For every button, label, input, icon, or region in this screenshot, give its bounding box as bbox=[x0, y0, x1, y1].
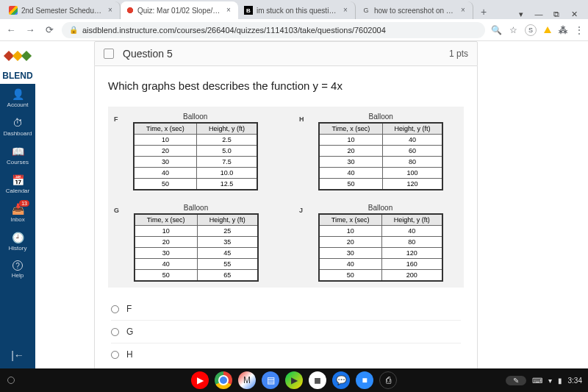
chrome-icon[interactable] bbox=[215, 371, 232, 389]
battery-icon[interactable]: ▮ bbox=[558, 377, 562, 385]
zoom-icon[interactable]: 🔍 bbox=[491, 25, 502, 35]
wifi-icon[interactable]: ▾ bbox=[548, 377, 552, 385]
sidebar-item-courses[interactable]: 📖 Courses bbox=[0, 141, 35, 170]
sidebar-item-label: Dashboard bbox=[3, 130, 32, 137]
profile-s-icon[interactable]: S bbox=[525, 24, 537, 36]
blend-logo-text: BLEND bbox=[0, 71, 35, 84]
main-content: Question 5 1 pts Which graphs best descr… bbox=[35, 41, 588, 368]
table-title: Balloon bbox=[114, 113, 273, 121]
close-icon[interactable]: × bbox=[107, 7, 114, 14]
answer-option-f[interactable]: F bbox=[111, 298, 461, 320]
menu-icon[interactable]: ⋮ bbox=[575, 25, 584, 35]
sidebar-collapse-button[interactable]: |← bbox=[11, 342, 24, 368]
sidebar-item-help[interactable]: ? Help bbox=[0, 256, 35, 283]
question-number: Question 5 bbox=[123, 48, 173, 60]
cell: 12.5 bbox=[197, 179, 257, 190]
canvas-icon bbox=[126, 7, 134, 14]
zoom-icon[interactable]: ■ bbox=[356, 371, 373, 389]
play-store-icon[interactable]: ▶ bbox=[285, 371, 303, 389]
keyboard-icon[interactable]: ⌨ bbox=[532, 377, 542, 385]
launcher-button[interactable] bbox=[7, 377, 15, 384]
col-header: Time, x (sec) bbox=[135, 214, 198, 226]
printer-icon[interactable]: ⎙ bbox=[379, 371, 397, 389]
browser-tab[interactable]: B im stuck on this question - Brain × bbox=[238, 1, 356, 19]
brainly-icon: B bbox=[244, 6, 253, 15]
cell: 10 bbox=[319, 226, 382, 237]
reload-button[interactable]: ⟳ bbox=[43, 24, 56, 37]
url-text: aisdblend.instructure.com/courses/266404… bbox=[82, 26, 386, 35]
maximize-icon[interactable]: ⧉ bbox=[551, 9, 562, 19]
cell: 40 bbox=[134, 168, 197, 179]
sidebar-item-history[interactable]: 🕘 History bbox=[0, 227, 35, 256]
radio-input[interactable] bbox=[111, 351, 119, 359]
tab-title: Quiz: Mar 01/02 Slope/y=mx +b bbox=[137, 7, 221, 15]
youtube-icon[interactable]: ▶ bbox=[191, 371, 209, 389]
cell: 20 bbox=[319, 146, 382, 157]
docs-icon[interactable]: ▤ bbox=[262, 371, 279, 389]
sidebar-item-label: Help bbox=[12, 272, 24, 279]
radio-input[interactable] bbox=[111, 305, 119, 313]
cell: 45 bbox=[197, 248, 257, 259]
cell: 7.5 bbox=[197, 157, 257, 168]
cell: 40 bbox=[319, 168, 382, 179]
logo-diamond-icon bbox=[21, 51, 32, 61]
cell: 40 bbox=[381, 226, 442, 237]
cell: 50 bbox=[319, 179, 382, 190]
browser-tab[interactable]: Quiz: Mar 01/02 Slope/y=mx +b × bbox=[121, 1, 238, 19]
table-g: G Balloon Time, x (sec)Height, y (ft) 10… bbox=[114, 204, 273, 282]
lock-icon: 🔒 bbox=[69, 26, 78, 34]
drive-icon[interactable] bbox=[544, 26, 551, 33]
close-icon[interactable]: × bbox=[342, 7, 349, 14]
table-f: F Balloon Time, x (sec)Height, y (ft) 10… bbox=[114, 113, 273, 190]
forward-button[interactable]: → bbox=[24, 24, 37, 37]
cell: 40 bbox=[382, 135, 442, 146]
answer-option-g[interactable]: G bbox=[111, 320, 461, 343]
close-window-icon[interactable]: ✕ bbox=[569, 9, 579, 19]
stylus-tool-icon[interactable]: ✎ bbox=[506, 376, 526, 385]
sidebar-item-label: Inbox bbox=[10, 216, 25, 223]
minimize-icon[interactable]: — bbox=[534, 9, 544, 19]
sidebar-item-label: History bbox=[9, 245, 27, 252]
cell: 200 bbox=[381, 270, 442, 282]
messages-icon[interactable]: 💬 bbox=[332, 371, 350, 389]
info-icon[interactable]: ▾ bbox=[516, 9, 526, 19]
table-title: Balloon bbox=[114, 204, 273, 212]
answer-option-h[interactable]: H bbox=[111, 343, 461, 366]
address-bar[interactable]: 🔒 aisdblend.instructure.com/courses/2664… bbox=[62, 22, 485, 38]
sidebar-item-label: Calendar bbox=[6, 188, 29, 194]
close-icon[interactable]: × bbox=[459, 7, 467, 14]
gmail-icon[interactable]: M bbox=[238, 371, 256, 389]
system-tray[interactable]: ✎ ⌨ ▾ ▮ 3:34 bbox=[506, 376, 582, 385]
extensions-icon[interactable]: ⁂ bbox=[559, 25, 567, 35]
clock[interactable]: 3:34 bbox=[568, 377, 582, 385]
sidebar-item-calendar[interactable]: 📅 Calendar bbox=[0, 170, 35, 199]
cell: 10 bbox=[135, 226, 198, 237]
option-label: G bbox=[126, 327, 133, 337]
sidebar-item-dashboard[interactable]: ⏱ Dashboard bbox=[0, 113, 35, 141]
sidebar-item-account[interactable]: 👤 Account bbox=[0, 84, 35, 113]
star-icon[interactable]: ☆ bbox=[509, 25, 517, 35]
account-icon: 👤 bbox=[12, 88, 24, 100]
back-button[interactable]: ← bbox=[4, 24, 18, 37]
roblox-icon[interactable]: ◼ bbox=[309, 371, 326, 389]
new-tab-button[interactable]: + bbox=[476, 4, 491, 19]
question-prompt: Which graphs best describes the function… bbox=[108, 79, 464, 92]
col-header: Height, y (ft) bbox=[381, 214, 442, 226]
sidebar-item-label: Courses bbox=[7, 159, 29, 165]
radio-input[interactable] bbox=[111, 328, 119, 336]
flag-question-button[interactable] bbox=[104, 49, 114, 59]
browser-tab[interactable]: G how to screenshot on chromebo × bbox=[356, 1, 473, 19]
close-icon[interactable]: × bbox=[225, 7, 232, 14]
sidebar-item-inbox[interactable]: 13 📥 Inbox bbox=[0, 199, 35, 227]
col-header: Height, y (ft) bbox=[382, 123, 442, 135]
cell: 20 bbox=[319, 237, 382, 248]
cell: 60 bbox=[382, 146, 442, 157]
os-taskbar: ▶ M ▤ ▶ ◼ 💬 ■ ⎙ ✎ ⌨ ▾ ▮ 3:34 bbox=[0, 368, 588, 392]
col-header: Height, y (ft) bbox=[197, 214, 257, 226]
table-h: H Balloon Time, x (sec)Height, y (ft) 10… bbox=[299, 113, 458, 190]
browser-tab-strip: 2nd Semester Schedule - brando × Quiz: M… bbox=[0, 0, 588, 19]
browser-tab[interactable]: 2nd Semester Schedule - brando × bbox=[3, 1, 121, 19]
global-nav-sidebar: BLEND 👤 Account ⏱ Dashboard 📖 Courses 📅 … bbox=[0, 41, 35, 368]
blend-logo[interactable] bbox=[0, 41, 35, 71]
cell: 20 bbox=[134, 146, 197, 157]
